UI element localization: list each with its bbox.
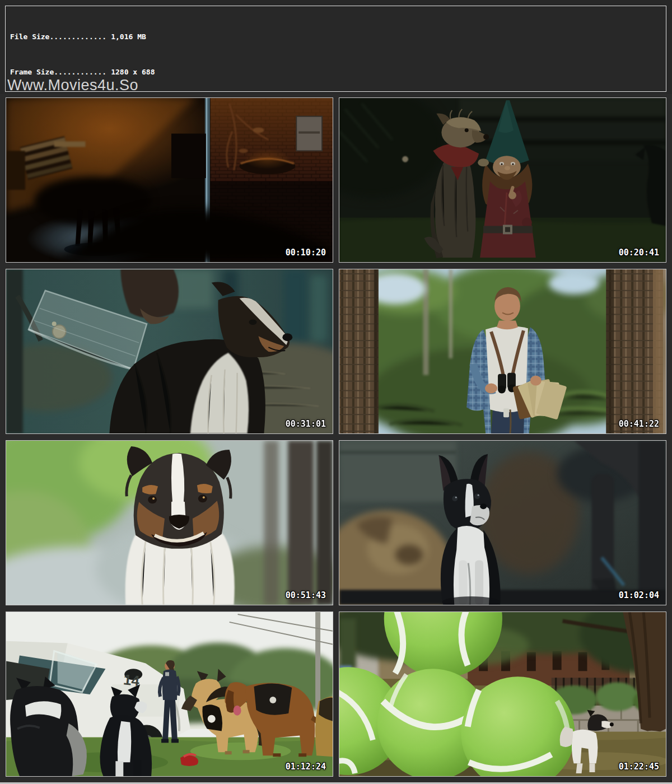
- timestamp-overlay: 00:51:43: [286, 590, 326, 600]
- movie-frame-8: 01:22:45: [339, 612, 666, 777]
- info-value: 1280 x 688: [111, 68, 155, 76]
- k9-van-scene: 14: [6, 612, 333, 776]
- site-watermark: Www.Movies4u.So: [7, 78, 138, 93]
- timestamp-overlay: 01:02:04: [619, 590, 659, 600]
- media-info-panel: File Size.............1,016 MB Frame Siz…: [0, 0, 672, 94]
- dark-alley-scene: [6, 98, 333, 262]
- movie-frame-2: 00:20:41: [339, 97, 666, 263]
- timestamp-overlay: 01:22:45: [619, 762, 659, 772]
- garden-gnome-scene: [339, 98, 666, 262]
- barn-cone-scene: [6, 269, 333, 433]
- boston-terrier-scene: [339, 441, 666, 605]
- info-label: Frame Size............: [10, 68, 106, 76]
- movie-frame-5: 00:51:43: [6, 440, 333, 605]
- timestamp-overlay: 00:10:20: [286, 248, 326, 258]
- timestamp-overlay: 00:41:22: [619, 419, 659, 429]
- info-row-framesize: Frame Size............1280 x 688: [10, 66, 155, 78]
- info-row-filesize: File Size.............1,016 MB: [10, 31, 155, 43]
- info-label: File Size.............: [10, 32, 106, 41]
- timestamp-overlay: 00:20:41: [619, 248, 659, 258]
- forest-man-scene: [339, 269, 666, 433]
- timestamp-overlay: 00:31:01: [286, 419, 326, 429]
- screenshot-grid: 00:10:20: [6, 97, 666, 777]
- timestamp-overlay: 01:12:24: [286, 762, 326, 772]
- smiling-dog-scene: [6, 441, 333, 605]
- info-value: 1,016 MB: [111, 32, 146, 41]
- screenshot-sheet: File Size.............1,016 MB Frame Siz…: [0, 0, 672, 784]
- movie-frame-6: 01:02:04: [339, 440, 666, 605]
- tennis-balls-scene: [339, 612, 666, 776]
- movie-frame-4: 00:41:22: [339, 269, 666, 434]
- movie-frame-3: 00:31:01: [6, 269, 333, 434]
- movie-frame-1: 00:10:20: [6, 97, 333, 263]
- movie-frame-7: 14: [6, 612, 333, 777]
